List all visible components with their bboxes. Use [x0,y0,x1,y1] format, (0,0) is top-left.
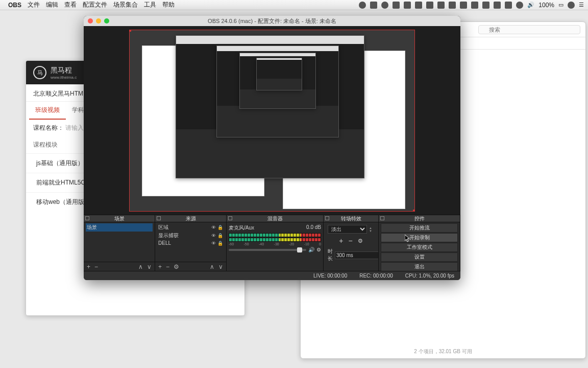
status-icon[interactable] [505,2,512,9]
tab-class-video[interactable]: 班级视频 [29,102,66,120]
settings-button[interactable]: 设置 [381,252,458,262]
status-icon[interactable] [359,2,366,9]
finder-search-input[interactable] [478,25,580,34]
add-source-button[interactable]: + [158,263,162,270]
logo-sub: www.itheima.c [51,75,77,80]
dock-controls: 控件 开始推流 开始录制 工作室模式 设置 退出 [379,215,460,271]
duration-label: 时长 [328,248,333,262]
speaker-icon[interactable]: 🔊 [308,247,314,252]
obs-statusbar: LIVE: 00:00:00 REC: 00:00:00 CPU: 1.0%, … [84,271,460,280]
preview-canvas[interactable] [129,30,415,212]
macos-menubar: OBS 文件 编辑 查看 配置文件 场景集合 工具 帮助 🔊 100% ▭ ☰ [0,0,588,10]
status-icon[interactable] [404,2,411,9]
source-item[interactable]: 区域👁🔒 [157,223,224,232]
start-streaming-button[interactable]: 开始推流 [381,223,458,233]
lock-icon[interactable]: 🔒 [217,233,223,238]
dock-transitions: 转场特效 淡出 ▲▼ + − ⚙ 时长 ▲▼ [324,215,379,271]
remove-scene-button[interactable]: − [94,263,98,270]
dock-header-transitions[interactable]: 转场特效 [324,215,378,222]
menu-view[interactable]: 查看 [64,1,77,9]
status-cpu: CPU: 1.0%, 20.00 fps [405,273,454,279]
battery-percent: 100% [538,2,554,9]
gear-icon[interactable]: ⚙ [316,247,321,252]
dock-header-sources[interactable]: 来源 [155,215,226,222]
move-down-button[interactable]: ∨ [218,263,223,270]
status-live: LIVE: 00:00:00 [313,273,347,279]
dock-header-scenes[interactable]: 场景 [84,215,155,222]
obs-window: OBS 24.0.6 (mac) - 配置文件: 未命名 - 场景: 未命名 场… [84,16,460,280]
menu-extra-icon[interactable]: ☰ [579,2,584,8]
popout-icon[interactable] [228,216,232,220]
menu-scene-collections[interactable]: 场景集合 [113,1,138,9]
add-scene-button[interactable]: + [87,263,90,270]
volume-slider[interactable] [229,249,306,251]
studio-mode-button[interactable]: 工作室模式 [381,243,458,252]
start-recording-button[interactable]: 开始录制 [381,233,458,242]
remove-source-button[interactable]: − [166,263,169,270]
popout-icon[interactable] [85,216,89,220]
clock-icon[interactable] [568,2,575,9]
mixer-channel-name: 麦克风/Aux [229,224,254,232]
lock-icon[interactable]: 🔒 [217,225,223,230]
source-item[interactable]: DELL👁🔒 [157,240,224,246]
menu-edit[interactable]: 编辑 [46,1,58,9]
obs-titlebar[interactable]: OBS 24.0.6 (mac) - 配置文件: 未命名 - 场景: 未命名 [84,16,460,26]
visibility-icon[interactable]: 👁 [211,241,216,246]
battery-icon: ▭ [558,2,564,8]
visibility-icon[interactable]: 👁 [211,225,216,230]
exit-button[interactable]: 退出 [381,262,458,271]
obs-preview[interactable] [84,26,460,215]
move-down-button[interactable]: ∨ [147,263,152,270]
course-label: 课程名称： [33,124,64,131]
popout-icon[interactable] [325,216,329,220]
dock-header-controls[interactable]: 控件 [379,215,460,222]
lock-icon[interactable]: 🔒 [217,241,223,246]
add-transition-button[interactable]: + [339,237,343,245]
menu-file[interactable]: 文件 [28,1,40,9]
logo-text: 黑马程 [51,66,77,75]
move-up-button[interactable]: ∧ [210,263,214,270]
transition-select[interactable]: 淡出 [328,225,367,234]
status-icon[interactable] [449,2,456,9]
chevron-down-icon[interactable]: ▼ [369,229,374,233]
dock-scenes: 场景 场景 + − ∧ ∨ [84,215,155,271]
popout-icon[interactable] [380,216,384,220]
finder-status: 2 个项目，32.01 GB 可用 [301,348,585,355]
popout-icon[interactable] [157,216,161,220]
dock-header-mixer[interactable]: 混音器 [227,215,323,222]
status-icon[interactable] [460,2,467,9]
status-icon[interactable] [437,2,445,9]
audio-meter [229,238,321,242]
status-icon[interactable] [471,2,478,9]
window-title: OBS 24.0.6 (mac) - 配置文件: 未命名 - 场景: 未命名 [84,17,460,25]
audio-meter [229,233,321,237]
meter-ticks: -60-50-40-30-20-100 [229,242,321,246]
status-icon[interactable] [415,2,422,9]
mixer-channel-db: 0.0 dB [306,224,321,232]
menu-help[interactable]: 帮助 [162,1,175,9]
app-name[interactable]: OBS [8,2,21,9]
duration-input[interactable] [335,251,378,259]
status-icon[interactable] [426,2,433,9]
status-icon[interactable] [494,2,501,9]
status-icon[interactable] [381,2,388,9]
remove-transition-button[interactable]: − [349,237,353,245]
status-icon[interactable] [482,2,489,9]
source-settings-button[interactable]: ⚙ [174,263,179,270]
obs-docks: 场景 场景 + − ∧ ∨ 来源 区域👁🔒 显示捕获👁🔒 DELL👁🔒 + [84,215,460,271]
source-item[interactable]: 显示捕获👁🔒 [157,232,224,240]
dock-sources: 来源 区域👁🔒 显示捕获👁🔒 DELL👁🔒 + − ⚙ ∧ ∨ [155,215,227,271]
move-up-button[interactable]: ∧ [138,263,143,270]
status-icon[interactable] [516,2,523,9]
status-icon[interactable] [393,2,400,9]
status-icon[interactable] [370,2,377,9]
menubar-right: 🔊 100% ▭ ☰ [359,2,584,9]
status-rec: REC: 00:00:00 [359,273,393,279]
volume-icon[interactable]: 🔊 [527,2,534,8]
dock-mixer: 混音器 麦克风/Aux0.0 dB -60-50-40-30-20-100 🔊 … [227,215,324,271]
visibility-icon[interactable]: 👁 [211,233,216,238]
transition-settings-button[interactable]: ⚙ [358,238,363,244]
scene-item[interactable]: 场景 [86,223,153,232]
menu-profiles[interactable]: 配置文件 [83,1,107,9]
menu-tools[interactable]: 工具 [144,1,156,9]
